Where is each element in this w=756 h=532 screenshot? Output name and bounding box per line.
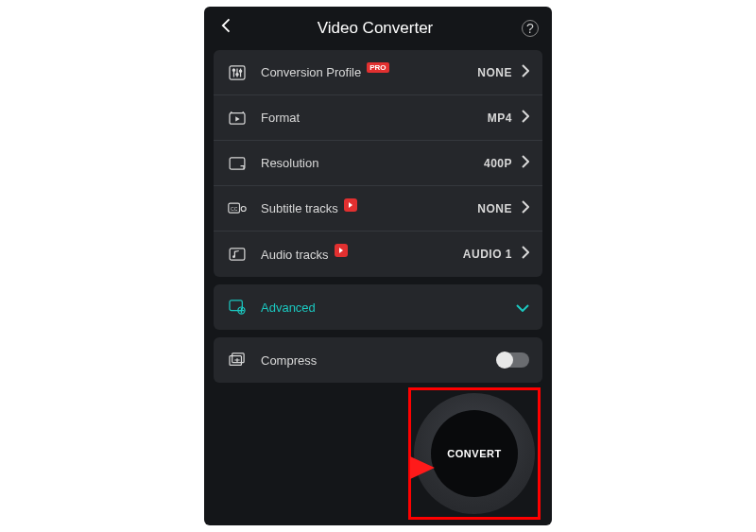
new-indicator-icon	[335, 244, 348, 257]
row-conversion-profile[interactable]: Conversion Profile PRO NONE	[214, 50, 542, 95]
cc-icon: CC	[227, 200, 248, 217]
row-label: Subtitle tracks	[261, 201, 338, 215]
row-value: MP4	[488, 112, 512, 125]
row-resolution[interactable]: Resolution 400P	[214, 141, 542, 186]
row-value: 400P	[484, 157, 512, 170]
new-indicator-icon	[344, 198, 357, 212]
page-title: Video Converter	[229, 19, 522, 38]
row-value: NONE	[477, 202, 512, 215]
row-label: Format	[261, 111, 300, 125]
svg-rect-9	[230, 157, 245, 168]
svg-point-4	[232, 69, 234, 71]
row-label: Resolution	[261, 156, 318, 170]
convert-highlight-box: CONVERT	[408, 387, 541, 520]
chevron-right-icon	[522, 64, 529, 81]
advanced-panel: Advanced	[214, 284, 542, 330]
row-label: Audio tracks	[261, 248, 329, 262]
row-label: Advanced	[261, 300, 316, 315]
help-button[interactable]: ?	[522, 20, 539, 37]
svg-rect-15	[230, 300, 242, 311]
convert-button[interactable]: CONVERT	[414, 393, 535, 514]
app-screen: Video Converter ? Conversion Profile PRO…	[204, 7, 552, 525]
row-compress[interactable]: Compress	[214, 337, 542, 383]
row-value: AUDIO 1	[463, 248, 512, 261]
compress-icon	[227, 352, 248, 369]
compress-panel: Compress	[214, 337, 542, 383]
pro-badge: PRO	[367, 62, 388, 73]
chevron-right-icon	[522, 110, 529, 127]
chevron-right-icon	[522, 246, 529, 263]
sliders-icon	[227, 64, 248, 81]
header-bar: Video Converter ?	[204, 7, 552, 50]
row-advanced[interactable]: Advanced	[214, 284, 542, 330]
advanced-icon	[227, 299, 248, 316]
chevron-right-icon	[522, 200, 529, 217]
chevron-down-icon	[516, 300, 529, 315]
svg-marker-8	[235, 116, 239, 121]
svg-point-5	[236, 73, 238, 75]
row-format[interactable]: Format MP4	[214, 95, 542, 141]
svg-rect-18	[232, 353, 244, 363]
svg-rect-13	[230, 249, 245, 260]
row-value: NONE	[477, 66, 512, 79]
resolution-icon	[227, 155, 248, 172]
svg-point-6	[239, 70, 241, 72]
svg-point-14	[232, 255, 235, 258]
row-label: Compress	[261, 353, 317, 368]
chevron-right-icon	[522, 155, 529, 172]
audio-icon	[227, 246, 248, 263]
row-audio-tracks[interactable]: Audio tracks AUDIO 1	[214, 232, 542, 277]
convert-label: CONVERT	[431, 410, 518, 497]
svg-text:CC: CC	[231, 205, 238, 211]
svg-point-12	[241, 206, 246, 211]
format-icon	[227, 110, 248, 127]
row-subtitle-tracks[interactable]: CC Subtitle tracks NONE	[214, 186, 542, 232]
compress-toggle[interactable]	[497, 352, 529, 368]
settings-panel: Conversion Profile PRO NONE Format MP4 R…	[214, 50, 542, 277]
row-label: Conversion Profile	[261, 65, 361, 79]
